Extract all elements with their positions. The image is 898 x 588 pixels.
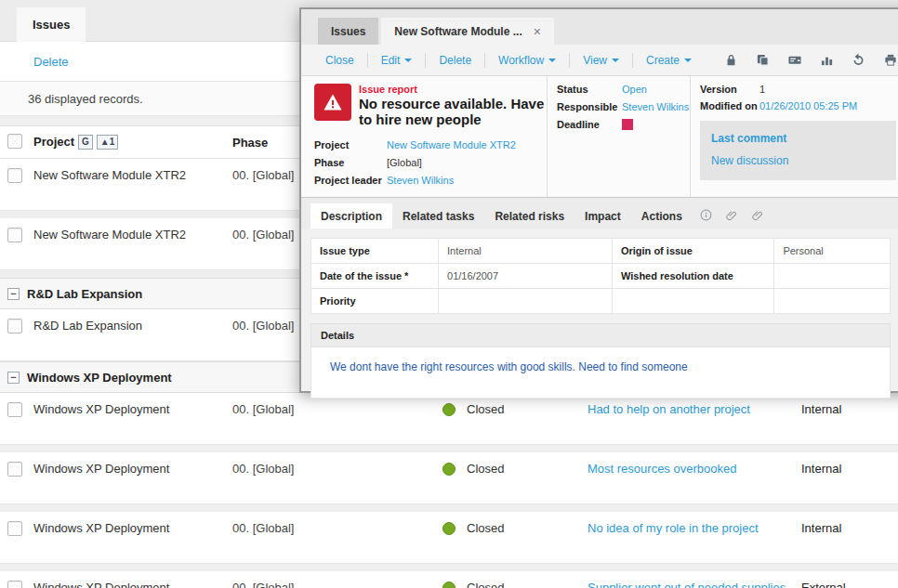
view-menu-button[interactable]: View xyxy=(570,53,633,68)
group-badge[interactable]: G xyxy=(78,135,93,150)
phase-cell: 00. [Global] xyxy=(232,402,437,416)
table-row[interactable]: Windows XP Deployment 00. [Global] Close… xyxy=(0,512,898,564)
tab-issues[interactable]: Issues xyxy=(17,7,86,42)
responsible-link[interactable]: Steven Wilkins xyxy=(622,101,689,112)
description-tab-content: Issue type Internal Origin of issue Pers… xyxy=(301,229,898,391)
issue-title-link[interactable]: No idea of my role in the project xyxy=(588,521,759,535)
status-cell: Closed xyxy=(461,521,586,535)
project-cell: Windows XP Deployment xyxy=(33,581,232,588)
mail-icon[interactable] xyxy=(787,53,802,67)
paperclip-icon[interactable] xyxy=(726,209,738,221)
row-checkbox[interactable] xyxy=(7,168,22,183)
create-menu-label: Create xyxy=(646,54,680,67)
project-cell: Windows XP Deployment xyxy=(33,521,232,535)
edit-menu-button[interactable]: Edit xyxy=(368,53,427,68)
tab-description[interactable]: Description xyxy=(310,203,392,229)
tab-related-risks[interactable]: Related risks xyxy=(484,203,574,229)
bar-chart-icon[interactable] xyxy=(820,53,834,67)
modified-on-field-label: Modified on xyxy=(700,100,759,111)
row-checkbox[interactable] xyxy=(7,402,22,417)
project-link[interactable]: New Software Module XTR2 xyxy=(387,139,516,150)
delete-button[interactable]: Delete xyxy=(426,53,485,68)
origin-of-issue-label: Origin of issue xyxy=(612,239,773,264)
column-header-project[interactable]: ProjectG▲1 xyxy=(33,135,232,150)
version-value: 1 xyxy=(759,84,765,95)
paperclip-icon[interactable] xyxy=(752,209,764,221)
status-dot-green xyxy=(442,522,456,535)
phase-value: [Global] xyxy=(387,157,422,168)
select-all-checkbox[interactable] xyxy=(7,134,22,149)
collapse-icon[interactable]: − xyxy=(7,288,20,300)
chevron-down-icon xyxy=(404,59,412,62)
status-cell: Closed xyxy=(461,462,586,476)
date-of-issue-value: 01/16/2007 xyxy=(439,264,613,289)
status-cell: Closed xyxy=(461,581,586,588)
tab-actions[interactable]: Actions xyxy=(631,203,693,229)
table-row[interactable]: Windows XP Deployment 00. [Global] Close… xyxy=(0,571,898,588)
origin-of-issue-value: Personal xyxy=(774,239,891,264)
status-link[interactable]: Open xyxy=(622,84,647,95)
status-dot-green xyxy=(442,463,456,476)
row-checkbox[interactable] xyxy=(7,581,22,588)
close-button[interactable]: Close xyxy=(312,53,368,68)
info-icon[interactable] xyxy=(700,209,712,221)
table-row[interactable]: Windows XP Deployment 00. [Global] Close… xyxy=(0,452,898,504)
project-header-label: Project xyxy=(33,135,74,149)
comment-links-box: Last comment New discussion xyxy=(700,121,896,180)
phase-cell: 00. [Global] xyxy=(232,581,437,588)
status-dot-green xyxy=(442,581,456,588)
last-comment-link[interactable]: Last comment xyxy=(711,132,885,145)
tab-impact[interactable]: Impact xyxy=(574,203,631,229)
close-tab-icon[interactable]: × xyxy=(534,24,541,39)
create-menu-button[interactable]: Create xyxy=(633,53,705,68)
new-discussion-link[interactable]: New discussion xyxy=(711,154,885,167)
phase-field-label: Phase xyxy=(314,157,387,168)
issue-title-link[interactable]: Most resources overbooked xyxy=(588,462,736,476)
copy-icon[interactable] xyxy=(756,53,770,67)
toolbar-icon-group xyxy=(724,53,898,67)
chevron-down-icon xyxy=(684,59,692,62)
origin-cell: Internal xyxy=(799,402,898,416)
delete-button-label: Delete xyxy=(439,54,471,67)
issue-title-link[interactable]: Supplier went out of needed supplies xyxy=(588,581,786,588)
row-checkbox[interactable] xyxy=(7,521,22,536)
panel-tab-detail-label: New Software Module ... xyxy=(394,25,522,38)
deadline-indicator xyxy=(622,119,633,130)
lock-icon[interactable] xyxy=(724,53,738,67)
priority-value xyxy=(439,289,613,314)
status-field-label: Status xyxy=(557,84,622,95)
project-cell: R&D Lab Expansion xyxy=(33,319,232,333)
details-text: We dont have the right resources with go… xyxy=(310,347,891,399)
origin-cell: External xyxy=(799,581,898,588)
workflow-menu-button[interactable]: Workflow xyxy=(485,53,570,68)
sort-asc-badge[interactable]: ▲1 xyxy=(97,135,118,150)
project-leader-field-label: Project leader xyxy=(314,175,387,186)
tab-related-tasks[interactable]: Related tasks xyxy=(392,203,484,229)
row-checkbox[interactable] xyxy=(7,228,22,242)
print-icon[interactable] xyxy=(883,53,898,67)
detail-toolbar: Close Edit Delete Workflow View Create xyxy=(301,45,898,76)
delete-button[interactable]: Delete xyxy=(33,55,69,69)
panel-tab-detail[interactable]: New Software Module ... × xyxy=(381,18,554,45)
phase-cell: 00. [Global] xyxy=(232,462,437,476)
table-row: Issue type Internal Origin of issue Pers… xyxy=(311,239,891,264)
issue-status-column: Status Open Responsible Steven Wilkins D… xyxy=(547,76,690,197)
issue-type-value: Internal xyxy=(439,239,613,264)
version-field-label: Version xyxy=(700,84,759,95)
view-menu-label: View xyxy=(583,54,607,67)
workflow-menu-label: Workflow xyxy=(498,54,544,67)
group-label: R&D Lab Expansion xyxy=(27,287,142,301)
table-row: Date of the issue * 01/16/2007 Wished re… xyxy=(311,264,891,289)
issue-report-kicker: Issue report xyxy=(359,84,545,95)
modified-on-link[interactable]: 01/26/2010 05:25 PM xyxy=(759,100,857,111)
issue-title-link[interactable]: Had to help on another project xyxy=(588,402,750,416)
undo-icon[interactable] xyxy=(852,53,865,67)
panel-tab-issues[interactable]: Issues xyxy=(318,18,378,45)
row-checkbox[interactable] xyxy=(7,319,22,333)
collapse-icon[interactable]: − xyxy=(7,372,20,384)
phase-cell: 00. [Global] xyxy=(232,521,437,535)
table-row: Priority xyxy=(311,289,891,314)
row-checkbox[interactable] xyxy=(7,462,22,477)
project-leader-link[interactable]: Steven Wilkins xyxy=(387,175,454,186)
table-row[interactable]: Windows XP Deployment 00. [Global] Close… xyxy=(0,393,898,445)
